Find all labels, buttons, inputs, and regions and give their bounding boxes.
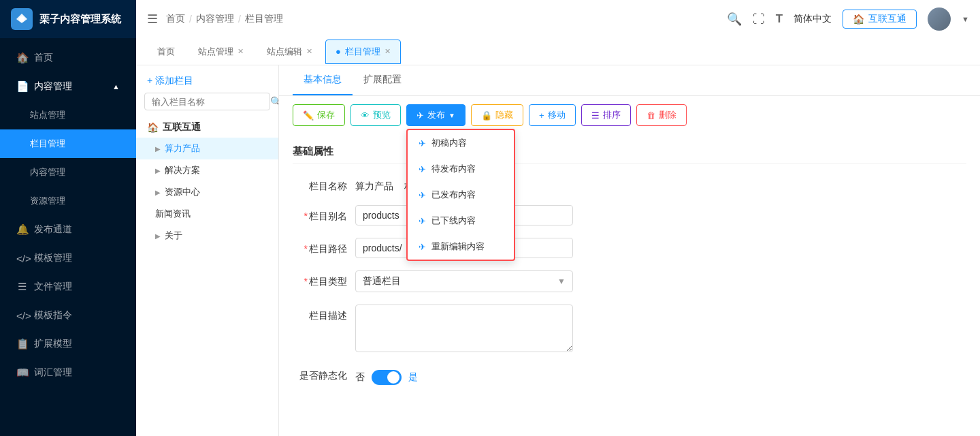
tree-item-1[interactable]: ▶ 解决方案 bbox=[136, 159, 278, 181]
breadcrumb-content[interactable]: 内容管理 bbox=[196, 13, 234, 25]
sidebar-item-template-cmd-label: 模板指令 bbox=[34, 309, 72, 322]
toggle-on-label: 是 bbox=[408, 371, 418, 384]
avatar[interactable] bbox=[928, 7, 951, 31]
tree-item-0[interactable]: ▶ 算力产品 bbox=[136, 138, 278, 159]
sidebar-menu: 🏠 首页 📄 内容管理 ▲ 站点管理 栏目管理 内容管理 资源管理 bbox=[0, 38, 136, 436]
font-size-icon[interactable]: T bbox=[776, 12, 783, 26]
sidebar-item-publish[interactable]: 🔔 发布通道 bbox=[0, 215, 136, 244]
sidebar-item-extend[interactable]: 📋 扩展模型 bbox=[0, 330, 136, 358]
pending-icon: ✈ bbox=[419, 164, 426, 174]
move-label: 移动 bbox=[548, 109, 566, 121]
sidebar-item-file[interactable]: ☰ 文件管理 bbox=[0, 272, 136, 301]
avatar-image bbox=[928, 7, 951, 31]
search-icon-small: 🔍 bbox=[270, 96, 279, 107]
dropdown-item-0[interactable]: ✈ 初稿内容 bbox=[408, 130, 514, 156]
draft-icon: ✈ bbox=[419, 138, 426, 149]
hide-button[interactable]: 🔒 隐藏 bbox=[471, 104, 523, 126]
tab-basic-info[interactable]: 基本信息 bbox=[293, 65, 353, 95]
hamburger-icon[interactable]: ☰ bbox=[147, 12, 158, 27]
tab-column-mgmt[interactable]: ● 栏目管理 ✕ bbox=[325, 40, 401, 64]
tab-column-label-text: 栏目管理 bbox=[345, 46, 380, 58]
add-column-button[interactable]: + 添加栏目 bbox=[136, 65, 278, 93]
form-row-path: *栏目路径 bbox=[293, 238, 966, 258]
breadcrumb-home[interactable]: 首页 bbox=[166, 13, 185, 25]
static-toggle[interactable] bbox=[372, 370, 402, 385]
tree-item-3[interactable]: 新闻资讯 bbox=[136, 203, 278, 225]
breadcrumb-column[interactable]: 栏目管理 bbox=[245, 13, 283, 25]
preview-button[interactable]: 👁 预览 bbox=[350, 104, 401, 126]
tab-site-mgmt[interactable]: 站点管理 ✕ bbox=[188, 40, 254, 64]
sidebar-item-content-sub[interactable]: 内容管理 bbox=[0, 158, 136, 187]
sidebar-item-home[interactable]: 🏠 首页 bbox=[0, 44, 136, 72]
tab-column-close[interactable]: ✕ bbox=[385, 47, 391, 56]
sidebar-item-content-mgmt[interactable]: 📄 内容管理 ▲ bbox=[0, 72, 136, 101]
interconnect-button[interactable]: 🏠 互联互通 bbox=[843, 10, 917, 29]
save-button[interactable]: ✏️ 保存 bbox=[293, 104, 345, 126]
sidebar-item-publish-label: 发布通道 bbox=[34, 223, 72, 236]
dropdown-item-1[interactable]: ✈ 待发布内容 bbox=[408, 156, 514, 182]
form-section: 基础属性 栏目名称 算力产品 栏目ID：392741 *栏目别名 bbox=[279, 134, 980, 436]
search-column-input[interactable] bbox=[152, 97, 266, 107]
delete-icon: 🗑 bbox=[647, 110, 655, 121]
main-area: ☰ 首页 / 内容管理 / 栏目管理 🔍 ⛶ T 简体中文 🏠 互联互通 ▼ bbox=[136, 0, 980, 436]
tree-item-label-3: 新闻资讯 bbox=[155, 208, 191, 220]
move-button[interactable]: + 移动 bbox=[529, 104, 576, 126]
tab-site-edit[interactable]: 站点编辑 ✕ bbox=[257, 40, 323, 64]
field-type-select[interactable]: 普通栏目 ▼ bbox=[355, 270, 573, 292]
required-star-alias: * bbox=[304, 211, 308, 221]
hide-label: 隐藏 bbox=[495, 109, 513, 121]
sort-label: 排序 bbox=[603, 109, 621, 121]
offline-icon: ✈ bbox=[419, 216, 426, 226]
publish-dropdown-wrapper: ✈ 发布 ▼ ✈ 初稿内容 ✈ 待发布内容 bbox=[406, 104, 466, 126]
delete-button[interactable]: 🗑 删除 bbox=[636, 104, 687, 126]
toolbar: ✏️ 保存 👁 预览 ✈ 发布 ▼ ✈ bbox=[279, 96, 980, 134]
tab-site-close[interactable]: ✕ bbox=[238, 47, 244, 56]
tab-edit-close[interactable]: ✕ bbox=[306, 47, 312, 56]
sidebar-item-template[interactable]: </> 模板管理 bbox=[0, 244, 136, 272]
extend-icon: 📋 bbox=[16, 338, 27, 350]
form-section-title: 基础属性 bbox=[293, 145, 966, 164]
publish-icon: 🔔 bbox=[16, 223, 27, 236]
publish-dropdown-menu: ✈ 初稿内容 ✈ 待发布内容 ✈ 已发布内容 ✈ bbox=[406, 129, 515, 261]
required-star-type: * bbox=[304, 276, 308, 287]
fullscreen-icon[interactable]: ⛶ bbox=[753, 12, 765, 27]
tree-item-2[interactable]: ▶ 资源中心 bbox=[136, 181, 278, 203]
breadcrumb-sep1: / bbox=[189, 14, 192, 25]
language-selector[interactable]: 简体中文 bbox=[794, 13, 832, 25]
save-label: 保存 bbox=[317, 109, 335, 121]
tree-root-label: 互联互通 bbox=[163, 121, 201, 134]
label-desc: 栏目描述 bbox=[293, 305, 347, 322]
svg-point-1 bbox=[19, 16, 24, 22]
dropdown-arrow[interactable]: ▼ bbox=[962, 15, 969, 23]
sidebar-item-vocab[interactable]: 📖 词汇管理 bbox=[0, 358, 136, 387]
inner-tabs: 基本信息 扩展配置 bbox=[279, 65, 980, 96]
search-icon[interactable]: 🔍 bbox=[727, 12, 742, 27]
sidebar-item-site-mgmt[interactable]: 站点管理 bbox=[0, 101, 136, 129]
sort-button[interactable]: ☰ 排序 bbox=[581, 104, 631, 126]
publish-button[interactable]: ✈ 发布 ▼ bbox=[406, 104, 466, 126]
app-title: 栗子内容管理系统 bbox=[39, 13, 121, 26]
template-icon: </> bbox=[16, 253, 27, 264]
dropdown-item-label-0: 初稿内容 bbox=[431, 137, 467, 149]
dropdown-item-3[interactable]: ✈ 已下线内容 bbox=[408, 208, 514, 234]
sidebar-item-resource-sub[interactable]: 资源管理 bbox=[0, 187, 136, 215]
dropdown-item-4[interactable]: ✈ 重新编辑内容 bbox=[408, 234, 514, 260]
tab-extend-config[interactable]: 扩展配置 bbox=[353, 65, 412, 95]
label-static: 是否静态化 bbox=[293, 364, 347, 382]
tab-site-label: 站点管理 bbox=[198, 46, 233, 58]
sidebar-item-template-cmd[interactable]: </> 模板指令 bbox=[0, 301, 136, 330]
dropdown-item-label-4: 重新编辑内容 bbox=[431, 240, 485, 253]
header-right: 🔍 ⛶ T 简体中文 🏠 互联互通 ▼ bbox=[727, 7, 969, 31]
dropdown-item-label-3: 已下线内容 bbox=[431, 215, 476, 227]
tree-item-4[interactable]: ▶ 关于 bbox=[136, 225, 278, 247]
sidebar-item-extend-label: 扩展模型 bbox=[34, 338, 72, 350]
home-icon-btn: 🏠 bbox=[853, 14, 864, 25]
label-path: *栏目路径 bbox=[293, 238, 347, 255]
sidebar-item-column-mgmt[interactable]: 栏目管理 bbox=[0, 129, 136, 158]
sidebar-item-site-label: 站点管理 bbox=[30, 109, 65, 121]
move-icon: + bbox=[539, 110, 544, 121]
top-header: ☰ 首页 / 内容管理 / 栏目管理 🔍 ⛶ T 简体中文 🏠 互联互通 ▼ bbox=[136, 0, 980, 38]
dropdown-item-2[interactable]: ✈ 已发布内容 bbox=[408, 182, 514, 208]
tab-home[interactable]: 首页 bbox=[147, 40, 185, 64]
field-desc[interactable] bbox=[355, 305, 573, 352]
